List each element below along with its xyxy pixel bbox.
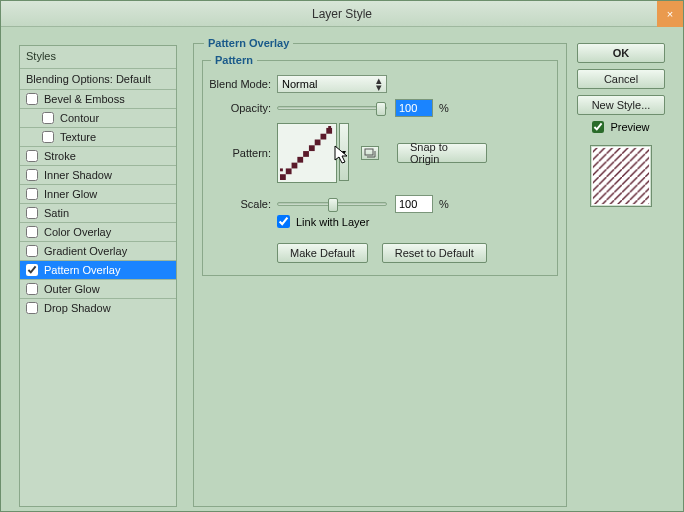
styles-item-inner-shadow[interactable]: Inner Shadow	[20, 165, 176, 184]
new-style-button[interactable]: New Style...	[577, 95, 665, 115]
snap-to-origin-button[interactable]: Snap to Origin	[397, 143, 487, 163]
styles-item-label: Contour	[60, 112, 99, 124]
opacity-input[interactable]: 100	[395, 99, 433, 117]
scale-label: Scale:	[203, 198, 271, 210]
styles-item-checkbox[interactable]	[26, 207, 38, 219]
svg-rect-3	[292, 163, 298, 169]
styles-item-label: Drop Shadow	[44, 302, 111, 314]
styles-item-checkbox[interactable]	[26, 264, 38, 276]
cancel-button[interactable]: Cancel	[577, 69, 665, 89]
titlebar[interactable]: Layer Style ×	[1, 1, 683, 27]
styles-item-satin[interactable]: Satin	[20, 203, 176, 222]
styles-item-pattern-overlay[interactable]: Pattern Overlay	[20, 260, 176, 279]
opacity-label: Opacity:	[203, 102, 271, 114]
blend-mode-label: Blend Mode:	[203, 78, 271, 90]
close-button[interactable]: ×	[657, 1, 683, 27]
svg-rect-2	[286, 168, 292, 174]
styles-item-checkbox[interactable]	[26, 226, 38, 238]
styles-item-checkbox[interactable]	[26, 245, 38, 257]
blending-options-row[interactable]: Blending Options: Default	[20, 68, 176, 89]
styles-header: Styles	[20, 46, 176, 68]
opacity-unit: %	[439, 102, 449, 114]
preview-checkbox[interactable]	[592, 121, 604, 133]
svg-rect-8	[321, 134, 327, 140]
styles-item-contour[interactable]: Contour	[20, 108, 176, 127]
pattern-group: Pattern Blend Mode: Normal ▴▾ Opacity:	[202, 60, 558, 276]
styles-item-label: Gradient Overlay	[44, 245, 127, 257]
scale-input[interactable]: 100	[395, 195, 433, 213]
link-with-layer-checkbox[interactable]	[277, 215, 290, 228]
styles-item-gradient-overlay[interactable]: Gradient Overlay	[20, 241, 176, 260]
blend-mode-select[interactable]: Normal ▴▾	[277, 75, 387, 93]
styles-item-label: Texture	[60, 131, 96, 143]
styles-item-drop-shadow[interactable]: Drop Shadow	[20, 298, 176, 317]
svg-rect-1	[280, 174, 286, 180]
styles-item-label: Pattern Overlay	[44, 264, 120, 276]
styles-item-label: Inner Shadow	[44, 169, 112, 181]
styles-item-checkbox[interactable]	[26, 169, 38, 181]
svg-rect-4	[297, 157, 303, 163]
styles-item-checkbox[interactable]	[26, 150, 38, 162]
svg-rect-12	[365, 149, 373, 155]
updown-icon: ▴▾	[376, 77, 382, 91]
window-title: Layer Style	[312, 7, 372, 21]
styles-item-label: Color Overlay	[44, 226, 111, 238]
styles-item-color-overlay[interactable]: Color Overlay	[20, 222, 176, 241]
dialog-body: Styles Blending Options: Default Bevel &…	[1, 27, 683, 511]
svg-rect-6	[309, 145, 315, 151]
styles-panel: Styles Blending Options: Default Bevel &…	[19, 45, 177, 507]
styles-item-label: Stroke	[44, 150, 76, 162]
svg-rect-11	[328, 126, 331, 129]
scale-unit: %	[439, 198, 449, 210]
svg-rect-7	[315, 140, 321, 146]
main-panel: Pattern Overlay Pattern Blend Mode: Norm…	[193, 43, 567, 507]
styles-item-inner-glow[interactable]: Inner Glow	[20, 184, 176, 203]
blend-mode-value: Normal	[282, 78, 317, 90]
styles-item-stroke[interactable]: Stroke	[20, 146, 176, 165]
close-icon: ×	[667, 8, 673, 20]
svg-rect-5	[303, 151, 309, 157]
layer-style-dialog: Layer Style × Styles Blending Options: D…	[0, 0, 684, 512]
styles-item-checkbox[interactable]	[26, 188, 38, 200]
styles-item-bevel-emboss[interactable]: Bevel & Emboss	[20, 89, 176, 108]
styles-item-label: Satin	[44, 207, 69, 219]
new-preset-icon	[364, 148, 376, 158]
pattern-swatch[interactable]	[277, 123, 337, 183]
right-column: OK Cancel New Style... Preview	[577, 43, 665, 207]
svg-rect-15	[593, 148, 649, 204]
styles-item-outer-glow[interactable]: Outer Glow	[20, 279, 176, 298]
preview-label: Preview	[610, 121, 649, 133]
styles-item-texture[interactable]: Texture	[20, 127, 176, 146]
pattern-label: Pattern:	[203, 147, 271, 159]
group-label-inner: Pattern	[211, 54, 257, 66]
styles-item-label: Bevel & Emboss	[44, 93, 125, 105]
styles-item-label: Inner Glow	[44, 188, 97, 200]
group-label-main: Pattern Overlay	[204, 37, 293, 49]
ok-button[interactable]: OK	[577, 43, 665, 63]
styles-item-checkbox[interactable]	[26, 93, 38, 105]
styles-item-checkbox[interactable]	[26, 283, 38, 295]
opacity-slider[interactable]	[277, 106, 387, 110]
styles-item-checkbox[interactable]	[26, 302, 38, 314]
reset-to-default-button[interactable]: Reset to Default	[382, 243, 487, 263]
chevron-down-icon: ▾	[342, 148, 346, 157]
pattern-picker-dropdown[interactable]: ▾	[339, 123, 349, 181]
link-with-layer-label: Link with Layer	[296, 216, 369, 228]
opacity-slider-thumb[interactable]	[376, 102, 386, 116]
svg-rect-10	[280, 168, 283, 171]
styles-item-checkbox[interactable]	[42, 131, 54, 143]
new-preset-button[interactable]	[361, 146, 379, 160]
scale-slider-thumb[interactable]	[328, 198, 338, 212]
make-default-button[interactable]: Make Default	[277, 243, 368, 263]
pattern-swatch-inner	[280, 126, 334, 180]
styles-item-label: Outer Glow	[44, 283, 100, 295]
scale-slider[interactable]	[277, 202, 387, 206]
preview-swatch	[590, 145, 652, 207]
styles-item-checkbox[interactable]	[42, 112, 54, 124]
